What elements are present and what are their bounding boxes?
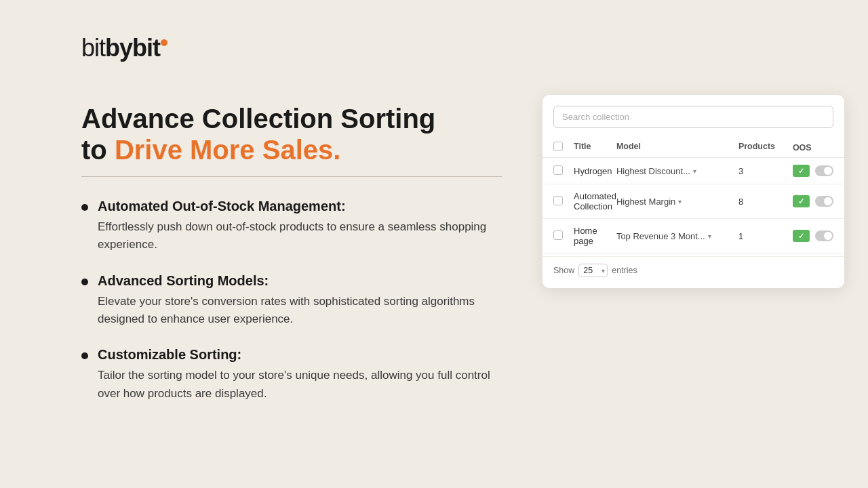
entries-select-wrapper[interactable]: 25 50 100 — [578, 264, 608, 277]
row3-oos-toggle[interactable] — [815, 230, 833, 241]
row3-checkbox[interactable] — [553, 230, 563, 240]
bullet-content-1: Automated Out-of-Stock Management: Effor… — [98, 199, 502, 254]
row1-model-cell[interactable]: Highest Discount... ▾ — [616, 166, 738, 176]
header-oos: OOS — [793, 142, 833, 153]
table-header: Title Model Products OOS — [542, 138, 844, 158]
headline-line1: Advance Collection Sorting — [81, 104, 435, 134]
bullet-desc-3: Tailor the sorting model to your store's… — [98, 367, 502, 403]
search-placeholder: Search collection — [562, 112, 629, 122]
ui-card: Search collection Title Model Products O… — [542, 95, 844, 288]
logo: bitbybit — [81, 34, 502, 62]
headline-line2-plain: to — [81, 135, 115, 165]
chevron-down-icon: ▾ — [693, 167, 696, 175]
show-label: Show — [553, 266, 574, 275]
logo-text: bitbybit — [81, 34, 167, 62]
bullet-dot-icon — [81, 204, 88, 211]
row2-model-cell[interactable]: Highest Margin ▾ — [616, 197, 738, 207]
row3-title: Home page — [574, 226, 616, 246]
bullet-content-2: Advanced Sorting Models: Elevate your st… — [98, 273, 502, 329]
bullet-desc-1: Effortlessly push down out-of-stock prod… — [98, 218, 502, 254]
list-item: Automated Out-of-Stock Management: Effor… — [81, 199, 502, 254]
headline-line2-colored: Drive More Sales. — [115, 135, 341, 165]
bullet-title-3: Customizable Sorting: — [98, 347, 502, 363]
bullet-desc-2: Elevate your store's conversion rates wi… — [98, 293, 502, 329]
logo-dot-icon — [161, 39, 167, 46]
logo-by: by — [105, 34, 132, 62]
row1-oos-cell: ✓ — [793, 165, 833, 177]
row1-title: Hydrogen — [574, 166, 616, 176]
table-row: Home page Top Revenue 3 Mont... ▾ 1 ✓ — [542, 219, 844, 253]
bullet-dot-icon — [81, 279, 88, 285]
bullet-content-3: Customizable Sorting: Tailor the sorting… — [98, 347, 502, 403]
right-panel: Search collection Title Model Products O… — [542, 27, 844, 288]
bullet-list: Automated Out-of-Stock Management: Effor… — [81, 199, 502, 403]
left-panel: bitbybit Advance Collection Sorting to D… — [81, 27, 502, 403]
row3-oos-cell: ✓ — [793, 230, 833, 242]
header-title: Title — [574, 142, 616, 153]
header-oos-label: OOS — [793, 143, 812, 152]
row3-model: Top Revenue 3 Mont... — [616, 231, 705, 241]
header-checkbox-col — [553, 142, 574, 153]
row2-oos-toggle[interactable] — [815, 196, 833, 207]
chevron-down-icon: ▾ — [708, 232, 711, 240]
header-products: Products — [738, 142, 793, 153]
row2-oos-badge: ✓ — [793, 195, 810, 207]
header-model: Model — [616, 142, 738, 153]
row1-oos-toggle[interactable] — [815, 165, 833, 176]
search-bar[interactable]: Search collection — [553, 106, 833, 128]
row3-products: 1 — [738, 231, 793, 241]
row2-title: Automated Collection — [574, 191, 616, 211]
table-footer: Show 25 50 100 entries — [542, 256, 844, 277]
entries-select[interactable]: 25 50 100 — [578, 264, 608, 277]
bullet-title-1: Automated Out-of-Stock Management: — [98, 199, 502, 214]
bullet-title-2: Advanced Sorting Models: — [98, 273, 502, 289]
chevron-down-icon: ▾ — [678, 198, 682, 205]
logo-bit2: bit — [132, 34, 160, 62]
bullet-dot-icon — [81, 352, 88, 359]
row1-model: Highest Discount... — [616, 166, 690, 176]
row1-oos-badge: ✓ — [793, 165, 810, 177]
checkmark-icon: ✓ — [798, 197, 804, 206]
headline: Advance Collection Sorting to Drive More… — [81, 103, 502, 165]
row1-products: 3 — [738, 166, 793, 176]
logo-bit1: bit — [81, 34, 105, 62]
list-item: Advanced Sorting Models: Elevate your st… — [81, 273, 502, 329]
divider — [81, 176, 502, 177]
header-checkbox[interactable] — [553, 142, 563, 151]
row2-products: 8 — [738, 197, 793, 207]
checkmark-icon: ✓ — [798, 167, 804, 176]
list-item: Customizable Sorting: Tailor the sorting… — [81, 347, 502, 403]
checkmark-icon: ✓ — [798, 232, 804, 241]
table-row: Automated Collection Highest Margin ▾ 8 … — [542, 184, 844, 219]
row2-oos-cell: ✓ — [793, 195, 833, 207]
row1-checkbox-col — [553, 165, 574, 177]
table-row: Hydrogen Highest Discount... ▾ 3 ✓ — [542, 158, 844, 184]
row3-oos-badge: ✓ — [793, 230, 810, 242]
row3-checkbox-col — [553, 230, 574, 242]
row3-model-cell[interactable]: Top Revenue 3 Mont... ▾ — [616, 231, 738, 241]
entries-label: entries — [612, 266, 637, 275]
page-container: bitbybit Advance Collection Sorting to D… — [0, 0, 868, 488]
row2-model: Highest Margin — [616, 197, 675, 207]
row2-checkbox-col — [553, 196, 574, 207]
row1-checkbox[interactable] — [553, 165, 563, 175]
row2-checkbox[interactable] — [553, 196, 563, 205]
